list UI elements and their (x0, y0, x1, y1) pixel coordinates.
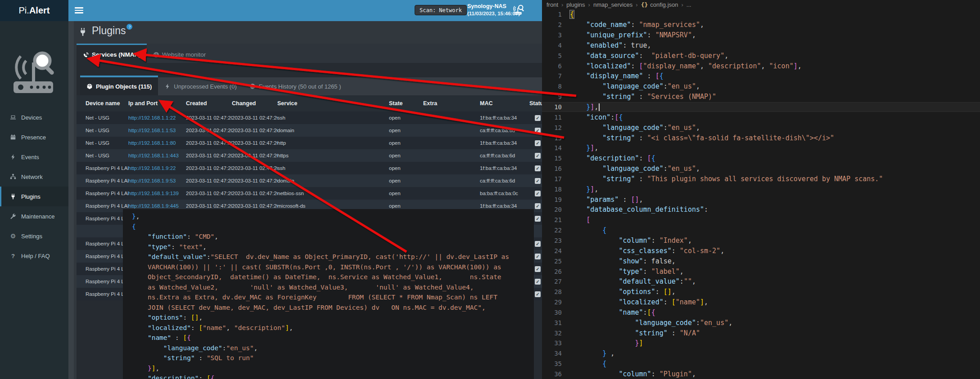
line-number: 7 (542, 72, 570, 80)
sidebar-item-events[interactable]: Events (0, 147, 68, 167)
sidebar-item-label: Presence (21, 134, 46, 141)
line-number: 26 (542, 268, 570, 275)
brand-logo[interactable]: Pi.Alert (0, 0, 68, 21)
ip-port-link[interactable]: http://192.168.1.9:53 (128, 178, 176, 183)
status-checkbox[interactable]: ✓ (535, 140, 541, 146)
column-header-state[interactable]: State (389, 100, 423, 107)
ip-port-link[interactable]: http://192.168.1.9:445 (128, 203, 179, 209)
table-row: Net - USGhttp://192.168.1.1:4432023-03-1… (77, 149, 542, 162)
sidebar-toggle-icon[interactable] (75, 7, 83, 14)
ip-port-link[interactable]: http://192.168.1.1:443 (128, 153, 179, 158)
table-cell: open (389, 140, 423, 146)
code-line: JOIN (SELECT dev_Name, dev_MAC, dev_Last… (132, 303, 534, 313)
globe-icon (153, 52, 159, 58)
editor-line: 32 "string" : "N/A" (542, 328, 980, 338)
table-cell: http (277, 140, 389, 146)
status-checkbox[interactable]: ✓ (535, 153, 541, 159)
line-number: 12 (542, 124, 570, 131)
editor-line: 3 "unique_prefix": "NMAPSRV", (542, 30, 980, 40)
status-checkbox[interactable]: ✓ (535, 178, 541, 184)
column-header-extra[interactable]: Extra (423, 100, 480, 107)
table-cell: Net - USG (77, 140, 128, 146)
column-header-created[interactable]: Created (186, 100, 232, 107)
editor-line: 2 "code_name": "nmap_services", (542, 20, 980, 30)
tab-plugin-objects-115[interactable]: Plugin Objects (115) (80, 77, 158, 95)
tab-events-history-50-out-of-1265[interactable]: Events History (50 out of 1265 ) (243, 77, 348, 95)
ip-port-link[interactable]: http://192.168.1.9:139 (128, 191, 179, 196)
editor-code[interactable]: 1{2 "code_name": "nmap_services",3 "uniq… (542, 9, 980, 379)
code-line: "string" : "SQL to run" (132, 353, 534, 363)
sidebar-item-network[interactable]: Network (0, 167, 68, 187)
ip-port-link[interactable]: http://192.168.1.1:22 (128, 115, 176, 120)
code-line: VARCHAR(100)) || ':' || cast( SUBSTR(ns.… (132, 262, 534, 272)
tab-unprocessed-events-0[interactable]: Unprocessed Events (0) (158, 77, 243, 95)
tab-services-nmap-[interactable]: Services (NMAP) (77, 44, 147, 64)
breadcrumb-item[interactable]: front (546, 1, 558, 8)
code-line: }], (132, 363, 534, 374)
cell-ip-port: http://192.168.1.1:53 (128, 128, 186, 133)
sidebar-item-help-faq[interactable]: ?Help / FAQ (0, 246, 68, 266)
sidebar-item-presence[interactable]: Presence (0, 127, 68, 147)
editor-line: 9 "string" : "Services (NMAP)" (542, 92, 980, 102)
table-cell: ca:ff:ff:ca:ba:6d (480, 178, 529, 183)
help-bubble[interactable]: ? (126, 24, 132, 30)
column-header-mac[interactable]: MAC (480, 100, 529, 107)
column-header-changed[interactable]: Changed (232, 100, 277, 107)
tab-website-monitor[interactable]: Website monitor (147, 44, 212, 64)
table-cell: 2023-03-11 02:47:20 (232, 191, 277, 196)
sql-config-code-popup[interactable]: },{ "function": "CMD", "type": "text", "… (123, 209, 534, 379)
page-scrollbar[interactable] (68, 21, 74, 379)
status-checkbox[interactable]: ✓ (535, 291, 541, 297)
status-checkbox[interactable]: ✓ (535, 203, 541, 209)
table-cell: open (389, 203, 423, 209)
status-checkbox[interactable]: ✓ (535, 115, 541, 121)
status-checkbox[interactable]: ✓ (535, 128, 541, 134)
status-checkbox[interactable]: ✓ (535, 241, 541, 247)
breadcrumb-item[interactable]: plugins (566, 1, 585, 8)
cell-status: ✓ (529, 203, 542, 209)
line-number: 8 (542, 83, 570, 90)
column-header-ip-and-port[interactable]: Ip and Port (128, 100, 186, 107)
column-header-device-name[interactable]: Device name (77, 100, 128, 107)
status-checkbox[interactable]: ✓ (535, 191, 541, 196)
status-checkbox[interactable]: ✓ (535, 254, 541, 259)
line-number: 14 (542, 144, 570, 152)
editor-line: 30 "name":[{ (542, 307, 980, 317)
breadcrumb-item[interactable]: ... (686, 1, 691, 8)
code-line: "name" : [{ (132, 333, 534, 343)
breadcrumb[interactable]: front›plugins›nmap_services›{}config.jso… (546, 0, 691, 9)
sidebar-item-maintenance[interactable]: Maintenance (0, 206, 68, 226)
vscode-editor[interactable]: front›plugins›nmap_services›{}config.jso… (542, 0, 980, 379)
sitemap-icon (9, 174, 18, 180)
table-cell: 2023-03-11 02:47:20 (186, 191, 232, 196)
breadcrumb-item[interactable]: nmap_services (593, 1, 632, 8)
sidebar-item-settings[interactable]: ⚙Settings (0, 226, 68, 246)
editor-line: 33 }] (542, 338, 980, 348)
cell-status: ✓ (529, 153, 542, 159)
sidebar-item-label: Maintenance (21, 213, 54, 220)
sidebar-item-plugins[interactable]: Plugins (0, 187, 68, 206)
cell-status: ✓ (529, 128, 542, 134)
table-cell: open (389, 115, 423, 120)
cell-ip-port: http://192.168.1.1:443 (128, 153, 186, 158)
column-header-service[interactable]: Service (277, 100, 389, 107)
status-checkbox[interactable]: ✓ (535, 216, 541, 222)
breadcrumb-item[interactable]: {}config.json (641, 1, 678, 8)
table-row: Raspberry Pi 4 LANhttp://192.168.1.9:532… (77, 174, 542, 187)
ip-port-link[interactable]: http://192.168.1.1:53 (128, 128, 176, 133)
editor-line: 28 "options": [], (542, 287, 980, 297)
editor-line: 27 "default_value":"", (542, 276, 980, 287)
ip-port-link[interactable]: http://192.168.1.1:80 (128, 140, 176, 146)
table-cell: 2023-03-11 02:47:20 (186, 140, 232, 146)
ip-port-link[interactable]: http://192.168.1.9:22 (128, 165, 176, 171)
column-header-status[interactable]: Status (529, 100, 542, 107)
table-cell: Raspberry Pi 4 LAN (77, 241, 128, 246)
table-cell: ca:ff:ff:ca:ba:6d (480, 128, 529, 133)
cell-ip-port: http://192.168.1.9:139 (128, 191, 186, 196)
status-checkbox[interactable]: ✓ (535, 266, 541, 272)
status-checkbox[interactable]: ✓ (535, 279, 541, 285)
status-checkbox[interactable]: ✓ (535, 165, 541, 171)
sidebar-item-devices[interactable]: Devices (0, 107, 68, 127)
table-cell: open (389, 165, 423, 171)
plug-icon (78, 27, 87, 36)
